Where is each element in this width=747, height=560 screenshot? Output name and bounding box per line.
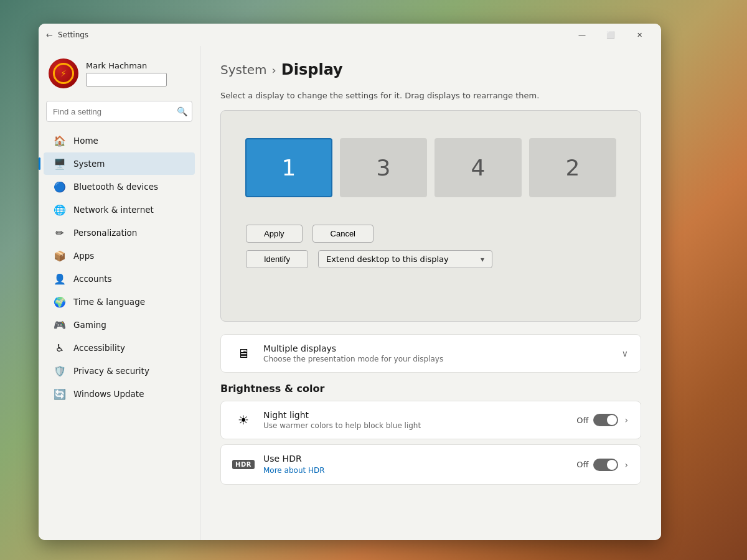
hdr-toggle[interactable] bbox=[593, 459, 618, 471]
cancel-button[interactable]: Cancel bbox=[312, 225, 374, 243]
night-light-subtitle: Use warmer colors to help block blue lig… bbox=[263, 421, 566, 430]
night-light-right: Off › bbox=[576, 414, 628, 426]
main-content: System › Display Select a display to cha… bbox=[200, 46, 661, 540]
minimize-button[interactable]: — bbox=[568, 24, 596, 46]
sidebar-item-accounts[interactable]: 👤 Accounts bbox=[44, 268, 195, 290]
night-light-title: Night light bbox=[263, 410, 566, 420]
monitor-2[interactable]: 2 bbox=[529, 138, 616, 197]
display-mode-select[interactable]: Extend desktop to this display ▾ bbox=[318, 250, 492, 268]
window-body: Mark Hachman 🔍 🏠 Home 🖥️ System 🔵 Blueto… bbox=[39, 46, 661, 540]
night-light-icon: ☀ bbox=[233, 410, 253, 430]
multiple-displays-chevron: ∨ bbox=[622, 348, 628, 358]
system-nav-icon: 🖥️ bbox=[54, 157, 66, 170]
night-light-toggle[interactable] bbox=[593, 414, 618, 426]
network-nav-icon: 🌐 bbox=[54, 203, 66, 216]
accounts-nav-icon: 👤 bbox=[54, 273, 66, 285]
update-nav-label: Windows Update bbox=[73, 389, 144, 399]
time-nav-icon: 🌍 bbox=[54, 296, 66, 308]
multiple-displays-section[interactable]: 🖥 Multiple displays Choose the presentat… bbox=[220, 334, 641, 373]
privacy-nav-label: Privacy & security bbox=[73, 366, 149, 376]
avatar[interactable] bbox=[49, 58, 78, 88]
apply-button[interactable]: Apply bbox=[246, 225, 303, 243]
hdr-chevron: › bbox=[624, 460, 628, 470]
search-icon: 🔍 bbox=[177, 106, 187, 116]
identify-button[interactable]: Identify bbox=[246, 250, 308, 268]
user-account-box bbox=[86, 73, 167, 86]
personalization-nav-icon: ✏️ bbox=[54, 226, 66, 239]
user-name: Mark Hachman bbox=[86, 61, 167, 70]
titlebar: ← Settings — ⬜ ✕ bbox=[39, 24, 661, 46]
hdr-section[interactable]: HDR Use HDR More about HDR Off › bbox=[220, 444, 641, 485]
network-nav-label: Network & internet bbox=[73, 205, 154, 215]
update-nav-icon: 🔄 bbox=[54, 388, 66, 400]
multiple-displays-right: ∨ bbox=[622, 348, 628, 358]
sidebar-item-home[interactable]: 🏠 Home bbox=[44, 129, 195, 152]
settings-window: ← Settings — ⬜ ✕ Mark Hachman 🔍 🏠 bbox=[39, 24, 661, 540]
breadcrumb: System › Display bbox=[220, 61, 641, 78]
display-actions: Apply Cancel Identify Extend desktop to … bbox=[236, 225, 626, 268]
accessibility-nav-icon: ♿ bbox=[54, 342, 66, 354]
dropdown-arrow-icon: ▾ bbox=[481, 255, 484, 264]
window-title: Settings bbox=[58, 30, 568, 39]
user-info: Mark Hachman bbox=[86, 61, 167, 86]
home-nav-icon: 🏠 bbox=[54, 134, 66, 147]
monitor-1[interactable]: 1 bbox=[245, 138, 332, 197]
sidebar-item-system[interactable]: 🖥️ System bbox=[44, 152, 195, 175]
gaming-nav-label: Gaming bbox=[73, 320, 106, 330]
night-light-chevron: › bbox=[624, 415, 628, 425]
search-box: 🔍 bbox=[46, 101, 192, 122]
hdr-toggle-area: Off bbox=[576, 459, 618, 471]
sidebar-item-apps[interactable]: 📦 Apps bbox=[44, 245, 195, 267]
night-light-section[interactable]: ☀ Night light Use warmer colors to help … bbox=[220, 401, 641, 439]
bluetooth-nav-label: Bluetooth & devices bbox=[73, 182, 158, 192]
monitor-3[interactable]: 3 bbox=[340, 138, 427, 197]
brightness-color-title: Brightness & color bbox=[220, 383, 641, 394]
search-input[interactable] bbox=[46, 101, 192, 122]
hdr-text: Use HDR More about HDR bbox=[263, 454, 566, 475]
night-light-status: Off bbox=[576, 416, 588, 425]
sidebar-item-time[interactable]: 🌍 Time & language bbox=[44, 291, 195, 313]
display-description: Select a display to change the settings … bbox=[220, 91, 641, 100]
sidebar-item-network[interactable]: 🌐 Network & internet bbox=[44, 198, 195, 221]
monitor-4[interactable]: 4 bbox=[435, 138, 522, 197]
multiple-displays-subtitle: Choose the presentation mode for your di… bbox=[263, 355, 612, 363]
multiple-displays-icon: 🖥 bbox=[233, 343, 253, 363]
multiple-displays-title: Multiple displays bbox=[263, 343, 612, 353]
system-nav-label: System bbox=[73, 159, 105, 169]
back-button[interactable]: ← bbox=[46, 30, 53, 40]
sidebar-item-bluetooth[interactable]: 🔵 Bluetooth & devices bbox=[44, 175, 195, 198]
accessibility-nav-label: Accessibility bbox=[73, 343, 125, 353]
hdr-badge: HDR bbox=[232, 460, 255, 469]
sidebar-item-personalization[interactable]: ✏️ Personalization bbox=[44, 222, 195, 244]
breadcrumb-separator: › bbox=[272, 63, 276, 77]
sidebar-item-accessibility[interactable]: ♿ Accessibility bbox=[44, 337, 195, 359]
apps-nav-icon: 📦 bbox=[54, 250, 66, 262]
display-area: 1342 Apply Cancel Identify Extend deskto… bbox=[220, 110, 641, 322]
sidebar: Mark Hachman 🔍 🏠 Home 🖥️ System 🔵 Blueto… bbox=[39, 46, 200, 540]
accounts-nav-label: Accounts bbox=[73, 274, 112, 284]
home-nav-label: Home bbox=[73, 136, 98, 146]
sidebar-item-update[interactable]: 🔄 Windows Update bbox=[44, 383, 195, 405]
display-mode-label: Extend desktop to this display bbox=[326, 254, 481, 264]
close-button[interactable]: ✕ bbox=[625, 24, 654, 46]
breadcrumb-parent[interactable]: System bbox=[220, 62, 267, 77]
sidebar-item-privacy[interactable]: 🛡️ Privacy & security bbox=[44, 360, 195, 382]
gaming-nav-icon: 🎮 bbox=[54, 319, 66, 331]
maximize-button[interactable]: ⬜ bbox=[596, 24, 625, 46]
apps-nav-label: Apps bbox=[73, 251, 94, 261]
hdr-status: Off bbox=[576, 460, 588, 469]
time-nav-label: Time & language bbox=[73, 297, 145, 307]
night-light-toggle-area: Off bbox=[576, 414, 618, 426]
sidebar-item-gaming[interactable]: 🎮 Gaming bbox=[44, 314, 195, 336]
user-section: Mark Hachman bbox=[39, 51, 200, 98]
monitors-row: 1342 bbox=[236, 126, 626, 210]
hdr-link[interactable]: More about HDR bbox=[263, 466, 325, 475]
personalization-nav-label: Personalization bbox=[73, 228, 137, 238]
nav-list: 🏠 Home 🖥️ System 🔵 Bluetooth & devices 🌐… bbox=[39, 129, 200, 405]
hdr-title: Use HDR bbox=[263, 454, 566, 464]
breadcrumb-current: Display bbox=[281, 61, 343, 78]
privacy-nav-icon: 🛡️ bbox=[54, 365, 66, 377]
multiple-displays-text: Multiple displays Choose the presentatio… bbox=[263, 343, 612, 363]
action-row-2: Identify Extend desktop to this display … bbox=[246, 250, 616, 268]
night-light-text: Night light Use warmer colors to help bl… bbox=[263, 410, 566, 430]
